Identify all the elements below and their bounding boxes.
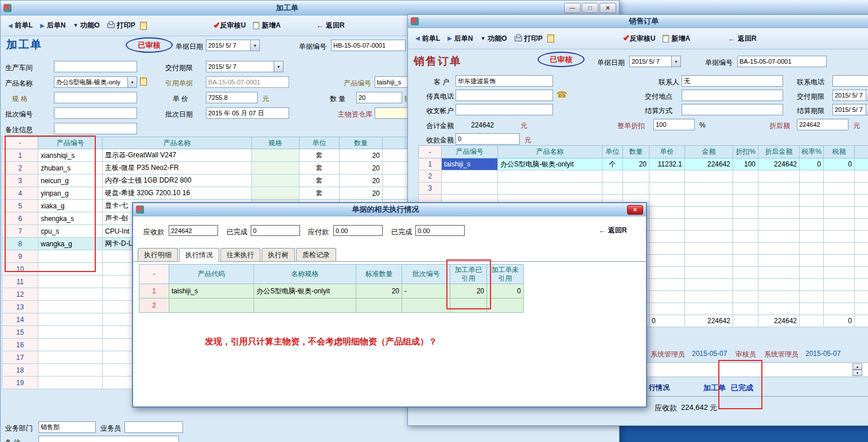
batch-no-input[interactable] bbox=[54, 107, 137, 119]
scroll-up-icon[interactable]: ▲ bbox=[853, 363, 862, 370]
doc-date-combo[interactable]: 2015/ 5/ 7▼ bbox=[629, 56, 681, 67]
payable-input[interactable] bbox=[333, 225, 383, 236]
print-preview-icon[interactable] bbox=[140, 22, 147, 30]
close-button[interactable]: × bbox=[627, 205, 643, 215]
done2-input[interactable] bbox=[415, 225, 465, 236]
note-input[interactable] bbox=[38, 436, 179, 442]
tab-execution-status[interactable]: 执行情况 bbox=[179, 248, 219, 262]
received-input[interactable] bbox=[456, 133, 520, 145]
bom-row[interactable]: 4 yinpan_g 硬盘-希捷 320G 7200.10 16 套 20 bbox=[2, 187, 427, 200]
settle-deadline-combo[interactable]: 2015/ 5/ 7▼ bbox=[832, 104, 868, 115]
add-new-label: 新增A bbox=[262, 21, 281, 30]
tab-transactions[interactable]: 往来执行 bbox=[220, 248, 260, 262]
app-icon bbox=[136, 206, 144, 214]
add-new-button[interactable]: 新增A bbox=[660, 32, 693, 45]
close-button[interactable]: × bbox=[600, 3, 616, 13]
return-button[interactable]: ←返回R bbox=[595, 224, 630, 237]
prev-doc-button[interactable]: ◀前单L bbox=[5, 19, 36, 32]
receivable-input[interactable] bbox=[169, 225, 218, 236]
workshop-input[interactable] bbox=[54, 61, 137, 72]
functions-button[interactable]: ▼功能O bbox=[477, 32, 509, 45]
print-button[interactable]: 打印P bbox=[104, 19, 138, 32]
next-doc-button[interactable]: ▶后单N bbox=[37, 19, 68, 32]
maximize-button[interactable]: □ bbox=[582, 3, 598, 13]
scroll-down-icon[interactable]: ▼ bbox=[853, 370, 862, 376]
deadline-combo[interactable]: 2015/ 5/ 7▼ bbox=[206, 61, 283, 72]
chevron-down-icon[interactable]: ▼ bbox=[671, 56, 680, 67]
done-input[interactable] bbox=[251, 225, 300, 236]
totals-tax: 0 bbox=[824, 315, 855, 327]
print-preview-icon[interactable] bbox=[547, 34, 554, 42]
agent-input[interactable] bbox=[124, 421, 183, 433]
return-button[interactable]: ←返回R bbox=[313, 19, 348, 32]
contact-input[interactable] bbox=[682, 75, 783, 87]
mini-scrollbar[interactable]: ▲▼ bbox=[853, 363, 862, 376]
bom-row[interactable]: 3 neicun_g 内存-金士顿 1GB DDR2 800 套 20 bbox=[2, 175, 427, 187]
bom-row[interactable]: 1 xianshiqi_s 显示器-GreatWall V247 套 20 bbox=[2, 149, 427, 162]
processing-titlebar[interactable]: 加工单 — □ × bbox=[1, 1, 619, 15]
receivable-label: 应收款 bbox=[655, 403, 677, 413]
discount-input[interactable] bbox=[653, 119, 695, 130]
memo-input[interactable] bbox=[54, 123, 137, 134]
annotation-note: 发现，引用只计算主物资，不会考虑明细物资（产品组成）？ bbox=[205, 336, 437, 347]
customer-input[interactable] bbox=[456, 75, 553, 87]
execution-row[interactable]: 1 taishiji_s 办公S型电脑-银奥-onlyit 20 - 20 0 bbox=[139, 284, 524, 298]
account-input[interactable] bbox=[456, 104, 553, 115]
unapprove-button[interactable]: 反审核U bbox=[622, 32, 659, 45]
col-header-code: 产品编号 bbox=[38, 137, 103, 149]
phone-input[interactable] bbox=[832, 75, 868, 87]
auditor-value: 系统管理员 bbox=[764, 350, 799, 359]
ref-doc-input[interactable] bbox=[206, 76, 289, 88]
doc-no-input[interactable] bbox=[737, 56, 827, 67]
minimize-button[interactable]: — bbox=[564, 3, 581, 13]
doc-date-label: 单据日期 bbox=[597, 58, 625, 68]
spec-input[interactable] bbox=[54, 92, 137, 103]
doc-no-input[interactable] bbox=[331, 40, 406, 51]
tab-execution-detail[interactable]: 执行明细 bbox=[138, 248, 178, 262]
tab-execution-tree[interactable]: 执行树 bbox=[262, 248, 295, 262]
fax-input[interactable] bbox=[456, 90, 553, 101]
sales-row[interactable]: 1 taishiji_s 办公S型电脑-银奥-onlyit 个 20 11232… bbox=[419, 158, 868, 170]
lookup-icon[interactable] bbox=[140, 77, 147, 86]
print-button[interactable]: 打印P bbox=[512, 32, 546, 45]
discounted-input[interactable] bbox=[797, 119, 848, 130]
chevron-down-icon[interactable]: ▼ bbox=[250, 40, 259, 51]
sales-titlebar[interactable]: 销售订单 bbox=[408, 15, 868, 28]
chevron-down-icon[interactable]: ▼ bbox=[274, 61, 283, 72]
dialog-titlebar[interactable]: 单据的相关执行情况 × bbox=[133, 203, 646, 216]
execution-row[interactable]: 2 bbox=[139, 298, 524, 313]
tab-qc-records[interactable]: 质检记录 bbox=[296, 248, 336, 262]
sales-row[interactable]: 3 bbox=[419, 183, 868, 195]
chevron-down-icon[interactable]: ▼ bbox=[127, 77, 137, 87]
bom-row[interactable]: 2 zhuban_s 主板-微星 P35 Neo2-FR 套 20 bbox=[2, 162, 427, 175]
col-header-price: 单价 bbox=[649, 146, 685, 158]
address-input[interactable] bbox=[682, 90, 783, 101]
unapprove-button[interactable]: 反审核U bbox=[212, 19, 249, 32]
sales-row[interactable]: 2 bbox=[419, 170, 868, 183]
doc-date-combo[interactable]: 2015/ 5/ 7▼ bbox=[206, 40, 260, 51]
qty-input[interactable] bbox=[356, 92, 402, 103]
dept-input[interactable] bbox=[38, 421, 96, 433]
functions-button[interactable]: ▼功能O bbox=[70, 19, 102, 32]
next-doc-button[interactable]: ▶后单N bbox=[445, 32, 476, 45]
deadline-label: 交付期限 bbox=[165, 63, 193, 73]
settle-method-input[interactable] bbox=[682, 104, 783, 115]
chevron-down-icon[interactable]: ▼ bbox=[866, 104, 868, 115]
unit-price-input[interactable] bbox=[206, 92, 258, 103]
next-icon: ▶ bbox=[40, 23, 45, 29]
add-new-button[interactable]: 新增A bbox=[250, 19, 283, 32]
discounted-label: 折后额 bbox=[769, 121, 790, 131]
return-button[interactable]: ←返回R bbox=[725, 32, 760, 45]
prev-icon: ◀ bbox=[8, 23, 13, 29]
deadline-combo[interactable]: 2015/ 5/ 7▼ bbox=[832, 90, 868, 101]
col-header-tax-rate: 税率% bbox=[800, 146, 824, 158]
chevron-down-icon[interactable]: ▼ bbox=[866, 90, 868, 100]
product-name-combo[interactable]: 办公S型电脑-银奥-only▼ bbox=[54, 76, 137, 88]
return-icon: ← bbox=[728, 35, 735, 42]
col-header-index: - bbox=[419, 146, 442, 158]
batch-date-input[interactable] bbox=[206, 107, 289, 119]
execution-tab-partial[interactable]: 行情况 bbox=[649, 383, 670, 393]
account-label: 收支帐户 bbox=[426, 106, 454, 116]
print-label: 打印P bbox=[524, 34, 543, 44]
prev-doc-button[interactable]: ◀前单L bbox=[412, 32, 443, 45]
